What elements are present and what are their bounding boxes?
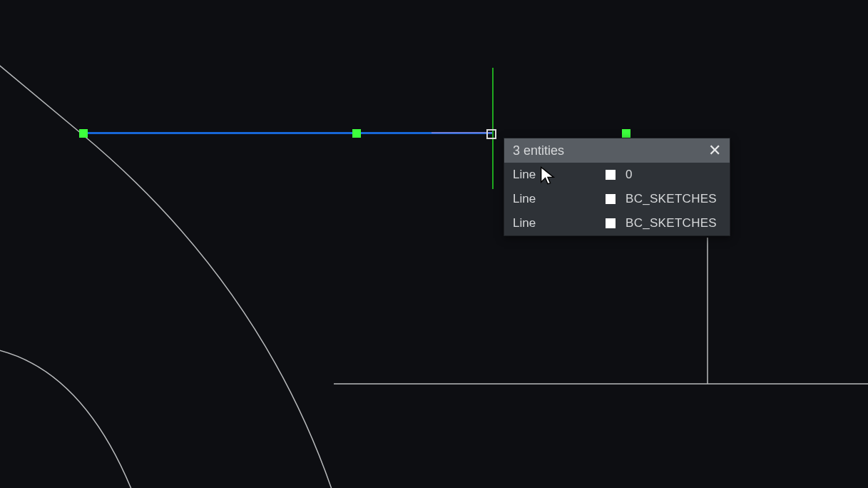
entity-layer: 0 bbox=[626, 168, 633, 182]
grip-start[interactable] bbox=[79, 129, 88, 138]
layer-color-swatch bbox=[606, 170, 616, 180]
layer-color-swatch bbox=[606, 218, 616, 228]
drawing-canvas[interactable] bbox=[0, 0, 868, 488]
entity-type: Line bbox=[513, 192, 606, 206]
layer-color-swatch bbox=[606, 194, 616, 204]
panel-title: 3 entities bbox=[513, 143, 564, 158]
endpoint-marker[interactable] bbox=[486, 129, 496, 139]
panel-header[interactable]: 3 entities ✕ bbox=[504, 138, 730, 163]
crosshair-vertical bbox=[492, 68, 494, 189]
geometry-arc[interactable] bbox=[82, 134, 335, 488]
close-icon[interactable]: ✕ bbox=[708, 143, 721, 158]
entity-selection-panel[interactable]: 3 entities ✕ Line 0 Line BC_SKETCHES Lin… bbox=[504, 138, 730, 236]
entity-type: Line bbox=[513, 168, 606, 182]
geometry-arc-2[interactable] bbox=[0, 350, 136, 488]
entity-type: Line bbox=[513, 216, 606, 230]
entity-row[interactable]: Line BC_SKETCHES bbox=[504, 211, 730, 235]
selected-line-extension[interactable] bbox=[432, 132, 492, 133]
geometry-line[interactable] bbox=[0, 63, 82, 134]
entity-row[interactable]: Line BC_SKETCHES bbox=[504, 187, 730, 211]
entity-layer: BC_SKETCHES bbox=[626, 216, 717, 230]
entity-layer: BC_SKETCHES bbox=[626, 192, 717, 206]
grip-end[interactable] bbox=[622, 129, 630, 138]
entity-row[interactable]: Line 0 bbox=[504, 163, 730, 187]
grip-mid[interactable] bbox=[352, 129, 361, 138]
